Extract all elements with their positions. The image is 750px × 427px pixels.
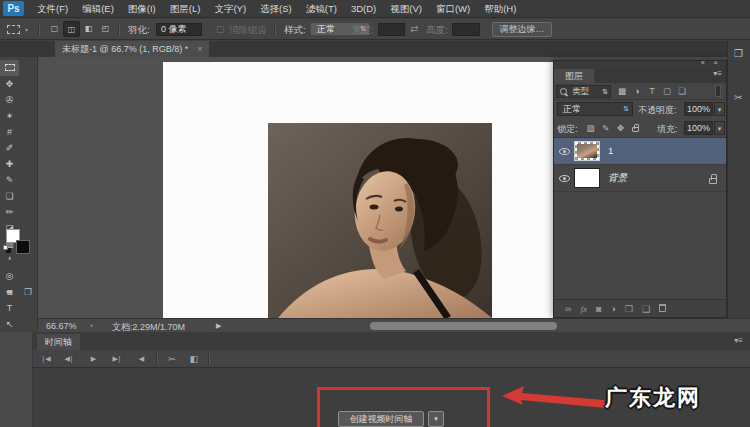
menu-item[interactable]: 窗口(W) xyxy=(429,0,477,18)
refine-edge-button[interactable]: 调整边缘… xyxy=(492,22,552,37)
lock-position-icon[interactable]: ✥ xyxy=(614,121,627,135)
blend-mode-dropdown[interactable]: ⇅ 正常 xyxy=(557,102,633,116)
split-clip-icon[interactable]: ✂ xyxy=(161,354,183,364)
transport-button[interactable]: ❘◀ xyxy=(33,355,57,363)
menu-item[interactable]: 图像(I) xyxy=(121,0,163,18)
zoom-level-field[interactable]: 66.67% xyxy=(46,321,77,331)
marquee-tool-preview-icon[interactable] xyxy=(7,25,20,34)
layer-visibility-eye-icon[interactable] xyxy=(559,148,570,155)
transport-button[interactable]: ◀ xyxy=(129,355,153,363)
new-adjustment-layer-icon[interactable]: ◑ xyxy=(610,300,615,318)
menu-item[interactable]: 视图(V) xyxy=(383,0,429,18)
height-input[interactable] xyxy=(452,23,480,36)
filter-type-layers-icon[interactable]: T xyxy=(646,85,658,98)
timeline-panel-menu-icon[interactable]: ▾≡ xyxy=(734,336,743,345)
new-layer-icon[interactable]: ❑ xyxy=(642,300,650,318)
move-tool[interactable]: ✥ xyxy=(0,76,19,92)
document-tab[interactable]: 未标题-1 @ 66.7% (1, RGB/8) * × xyxy=(55,41,209,57)
scissors-panel-icon[interactable]: ✂ xyxy=(734,92,742,103)
new-group-icon[interactable]: ❒ xyxy=(625,300,633,318)
filter-smart-objects-icon[interactable]: ❏ xyxy=(676,85,688,98)
layers-tab[interactable]: 图层 xyxy=(554,69,594,83)
add-to-selection-mode[interactable]: ◫ xyxy=(63,21,80,37)
healing-brush-tool[interactable]: ✚ xyxy=(0,156,19,172)
filter-toggle-switch[interactable] xyxy=(715,85,721,97)
brush-tool[interactable]: ✎ xyxy=(0,172,19,188)
menu-items: 文件(F)编辑(E)图像(I)图层(L)文字(Y)选择(S)滤镜(T)3D(D)… xyxy=(30,0,523,18)
menu-item[interactable]: 选择(S) xyxy=(253,0,299,18)
close-tab-icon[interactable]: × xyxy=(197,41,202,57)
timeline-tab[interactable]: 时间轴 xyxy=(37,334,80,350)
path-selection-tool[interactable]: ↖ xyxy=(0,316,19,332)
crop-tool[interactable]: # xyxy=(0,124,19,140)
history-brush-tool[interactable]: ✏ xyxy=(0,204,19,220)
eyedropper-tool[interactable]: ✐ xyxy=(0,140,19,156)
antialias-checkbox[interactable]: ▢ xyxy=(216,24,225,34)
opacity-value[interactable]: 100% xyxy=(684,102,713,116)
menu-item[interactable]: 滤镜(T) xyxy=(299,0,344,18)
menu-item[interactable]: 编辑(E) xyxy=(75,0,121,18)
rectangular-marquee-tool[interactable] xyxy=(0,60,19,76)
magic-wand-tool[interactable]: ✶ xyxy=(0,108,19,124)
lock-all-icon[interactable] xyxy=(629,121,642,135)
fill-caret-icon[interactable]: ▾ xyxy=(714,121,725,135)
type-tool[interactable]: T xyxy=(0,300,19,316)
menu-item[interactable]: 文件(F) xyxy=(30,0,75,18)
dropdown-caret-icon: ⇅ xyxy=(623,103,629,115)
selection-mode-buttons: ▢◫◧◰ xyxy=(46,21,114,37)
create-video-timeline-button[interactable]: 创建视频时间轴 xyxy=(338,411,424,427)
panel-menu-icon[interactable]: ▾≡ xyxy=(713,69,722,78)
default-colors-icon[interactable] xyxy=(3,245,8,250)
layer-name[interactable]: 背景 xyxy=(608,172,627,185)
screen-mode-button[interactable]: ❐ xyxy=(20,285,36,299)
smudge-tool[interactable]: ❛ xyxy=(0,252,19,268)
tool-preset-caret-icon[interactable]: ▾ xyxy=(25,26,28,33)
status-play-icon[interactable]: ▶ xyxy=(216,322,221,330)
filter-kind-dropdown[interactable]: ⇅ 类型 xyxy=(556,85,611,98)
intersect-selection-mode[interactable]: ◰ xyxy=(97,21,114,37)
layer-thumbnail[interactable] xyxy=(574,168,600,188)
separator xyxy=(156,353,158,365)
new-selection-mode[interactable]: ▢ xyxy=(46,21,63,37)
opacity-caret-icon[interactable]: ▾ xyxy=(714,102,725,116)
link-dimensions-icon[interactable]: ⇄ xyxy=(410,23,418,34)
dock-panel-icon[interactable]: ❐ xyxy=(734,48,743,59)
width-input[interactable] xyxy=(378,23,405,36)
filter-adjustment-layers-icon[interactable]: ◑ xyxy=(631,85,643,98)
layer-styles-fx-icon[interactable]: fx xyxy=(580,300,587,318)
separator xyxy=(208,353,210,365)
layer-visibility-eye-icon[interactable] xyxy=(559,175,570,182)
lasso-tool[interactable]: ✇ xyxy=(0,92,19,108)
transport-button[interactable]: ▶❘ xyxy=(105,355,129,363)
delete-layer-icon[interactable] xyxy=(659,300,666,318)
filter-pixel-layers-icon[interactable]: ▩ xyxy=(616,85,628,98)
filter-shape-layers-icon[interactable]: ▢ xyxy=(661,85,673,98)
layer-filter-row: ⇅ 类型 ▩◑T▢❏ xyxy=(554,83,726,100)
horizontal-scrollbar-thumb[interactable] xyxy=(370,322,557,330)
link-layers-icon[interactable]: ∞ xyxy=(565,300,571,318)
menu-item[interactable]: 文字(Y) xyxy=(207,0,253,18)
background-color-swatch[interactable] xyxy=(16,240,30,254)
transport-button[interactable]: ▶ xyxy=(81,355,105,363)
menu-item[interactable]: 3D(D) xyxy=(344,0,383,18)
collapse-panel-icon[interactable]: ‹‹ xyxy=(701,58,704,67)
transition-icon[interactable]: ◧ xyxy=(183,354,205,364)
create-timeline-dropdown-caret[interactable]: ▾ xyxy=(428,411,444,427)
menu-item[interactable]: 图层(L) xyxy=(163,0,208,18)
fill-value[interactable]: 100% xyxy=(684,121,713,135)
clone-stamp-tool[interactable]: ❏ xyxy=(0,188,19,204)
add-layer-mask-icon[interactable]: ◙ xyxy=(596,300,601,318)
layer-row-background[interactable]: 背景 xyxy=(554,165,726,192)
subtract-from-selection-mode[interactable]: ◧ xyxy=(80,21,97,37)
transport-button[interactable]: ◀❘ xyxy=(57,355,81,363)
close-panel-icon[interactable]: × xyxy=(713,58,718,67)
layer-thumbnail[interactable] xyxy=(574,141,600,161)
quick-mask-button[interactable]: ◙ xyxy=(2,285,18,299)
dodge-tool[interactable]: ◎ xyxy=(0,268,19,284)
layer-row-1[interactable]: 1 xyxy=(554,138,726,165)
menu-item[interactable]: 帮助(H) xyxy=(477,0,523,18)
layer-name[interactable]: 1 xyxy=(608,145,613,156)
lock-transparency-icon[interactable]: ▨ xyxy=(584,121,597,135)
feather-input[interactable]: 0 像素 xyxy=(156,23,202,36)
lock-pixels-icon[interactable]: ✎ xyxy=(599,121,612,135)
